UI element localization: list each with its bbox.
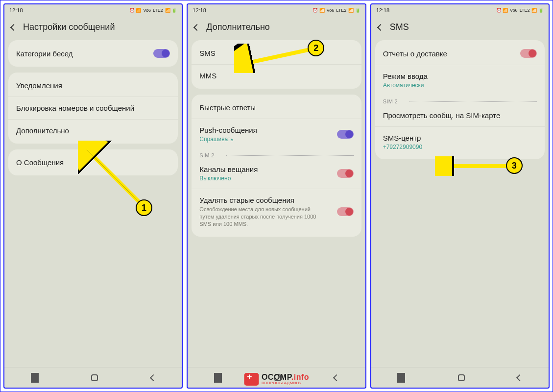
row-label: Каналы вещания [199, 165, 258, 173]
toggle-push[interactable] [337, 130, 354, 139]
toggle-channels[interactable] [337, 169, 354, 178]
nav-bar [4, 367, 182, 388]
row-sublabel: Автоматически [383, 82, 424, 89]
annotation-circle-3: 3 [506, 157, 523, 174]
back-icon[interactable] [10, 24, 17, 30]
page-title: SMS [390, 22, 409, 32]
sim-label: SIM 2 [375, 96, 406, 104]
phone-screen-3: 12:18 ⏰ 📶 Vo6 LTE2 📶 🔋 SMS Отчеты о дост… [370, 3, 550, 389]
nav-back-icon[interactable] [150, 374, 157, 381]
nav-back-icon[interactable] [333, 374, 340, 381]
phone-screen-1: 12:18 ⏰ 📶 Vo6 LTE2 📶 🔋 Настройки сообщен… [3, 3, 183, 389]
status-icons: ⏰ 📶 Vo6 LTE2 📶 🔋 [313, 8, 360, 13]
row-description: Освобождение места для новых сообщений п… [199, 206, 322, 228]
nav-recent-icon[interactable] [214, 375, 222, 380]
row-sublabel: +79272909090 [383, 144, 422, 150]
page-title: Настройки сообщений [23, 22, 115, 32]
row-channels[interactable]: Каналы вещания Выключено [192, 158, 361, 189]
title-bar: Настройки сообщений [4, 16, 182, 40]
nav-home-icon[interactable] [91, 374, 98, 381]
row-label: Уведомления [16, 81, 62, 90]
row-label: Быстрые ответы [199, 103, 256, 112]
row-label: Push-сообщения [199, 126, 257, 134]
status-bar: 12:18 ⏰ 📶 Vo6 LTE2 📶 🔋 [371, 4, 549, 16]
nav-recent-icon[interactable] [397, 375, 405, 380]
row-label: Просмотреть сообщ. на SIM-карте [383, 111, 501, 120]
watermark-badge-icon [244, 373, 259, 386]
title-bar: Дополнительно [188, 16, 365, 40]
row-label: SMS-центр [383, 134, 421, 142]
toggle-categories[interactable] [153, 49, 170, 58]
row-label: Отчеты о доставке [383, 49, 447, 58]
status-time: 12:18 [376, 7, 390, 13]
row-delete-old[interactable]: Удалять старые сообщения Освобождение ме… [192, 189, 361, 235]
annotation-arrow-3 [435, 156, 513, 176]
watermark: OCOMP.info ВОПРОСЫ АДМИНУ [244, 373, 309, 386]
annotation-circle-1: 1 [136, 199, 152, 216]
status-time: 12:18 [9, 7, 23, 13]
status-time: 12:18 [192, 7, 206, 13]
row-label: Дополнительно [16, 126, 69, 135]
row-label: Блокировка номеров и сообщений [16, 104, 134, 112]
row-label: Категории бесед [16, 49, 73, 58]
row-push[interactable]: Push-сообщения Спрашивать [192, 119, 361, 149]
row-sublabel: Спрашивать [199, 136, 257, 143]
nav-back-icon[interactable] [516, 374, 523, 381]
status-bar: 12:18 ⏰ 📶 Vo6 LTE2 📶 🔋 [4, 4, 182, 16]
watermark-title: OCOMP.info [262, 373, 309, 381]
status-bar: 12:18 ⏰ 📶 Vo6 LTE2 📶 🔋 [188, 4, 365, 16]
row-label: SMS [199, 49, 216, 57]
row-more[interactable]: Дополнительно [8, 119, 178, 142]
toggle-delivery[interactable] [520, 49, 537, 58]
row-label: MMS [199, 72, 216, 80]
watermark-subtitle: ВОПРОСЫ АДМИНУ [262, 381, 309, 385]
back-icon[interactable] [193, 24, 200, 30]
toggle-delete-old[interactable] [337, 207, 354, 216]
row-categories[interactable]: Категории бесед [8, 42, 178, 65]
svg-line-1 [87, 149, 144, 207]
row-label: О Сообщения [16, 158, 64, 167]
nav-bar [371, 367, 549, 388]
phone-screen-2: 12:18 ⏰ 📶 Vo6 LTE2 📶 🔋 Дополнительно SMS… [187, 3, 366, 389]
row-view-sim-messages[interactable]: Просмотреть сообщ. на SIM-карте [375, 104, 545, 126]
status-icons: ⏰ 📶 Vo6 LTE2 📶 🔋 [129, 8, 177, 13]
status-icons: ⏰ 📶 Vo6 LTE2 📶 🔋 [496, 8, 544, 13]
row-blocking[interactable]: Блокировка номеров и сообщений [8, 97, 178, 119]
row-sms-center[interactable]: SMS-центр +79272909090 [375, 126, 545, 157]
row-sublabel: Выключено [199, 175, 258, 182]
row-label: Режим ввода [383, 72, 428, 80]
annotation-arrow-2 [234, 44, 317, 73]
row-notifications[interactable]: Уведомления [8, 74, 178, 97]
title-bar: SMS [371, 16, 549, 40]
nav-home-icon[interactable] [458, 374, 465, 381]
page-title: Дополнительно [206, 22, 270, 32]
row-input-mode[interactable]: Режим ввода Автоматически [375, 65, 545, 96]
row-quick-replies[interactable]: Быстрые ответы [192, 97, 361, 119]
back-icon[interactable] [377, 24, 384, 30]
row-delivery-reports[interactable]: Отчеты о доставке [375, 42, 545, 65]
svg-line-2 [241, 49, 310, 64]
nav-recent-icon[interactable] [31, 375, 39, 380]
row-label: Удалять старые сообщения [199, 196, 294, 204]
sim-label: SIM 2 [192, 149, 222, 158]
